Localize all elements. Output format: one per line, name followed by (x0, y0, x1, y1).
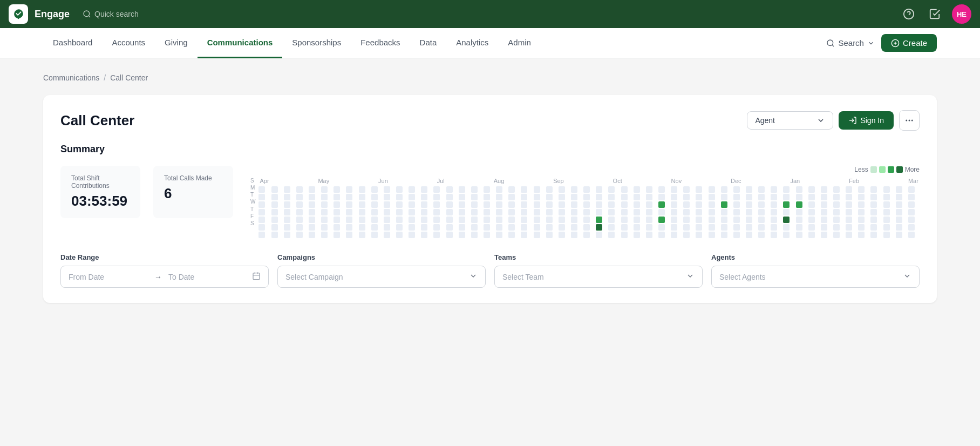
nav-item-communications[interactable]: Communications (198, 28, 283, 58)
heatmap-cell (621, 224, 628, 231)
heatmap-cell (709, 201, 715, 208)
quick-search[interactable]: Quick search (83, 10, 139, 18)
heatmap-cell (421, 232, 427, 238)
nav-search-label: Search (838, 38, 864, 48)
heatmap-cell (634, 209, 640, 215)
heatmap-cell (321, 194, 328, 200)
summary-section: Summary Total Shift Contributions 03:53:… (60, 144, 920, 238)
sign-in-button[interactable]: Sign In (839, 111, 894, 130)
heatmap-cell (484, 186, 490, 193)
filter-agents-label: Agents (711, 253, 920, 261)
heatmap-cell (709, 186, 715, 193)
nav-item-data[interactable]: Data (410, 28, 447, 58)
top-bar: Engage Quick search HE (0, 0, 980, 28)
heatmap-cell (846, 186, 852, 193)
heatmap-cell (433, 209, 440, 215)
heatmap-cell (858, 209, 865, 215)
nav-search[interactable]: Search (826, 38, 875, 48)
heatmap-cell (446, 232, 453, 238)
heatmap-cell (534, 224, 540, 231)
heatmap-cell (284, 217, 290, 223)
heatmap-cell (658, 232, 665, 238)
heatmap-cell (758, 201, 765, 208)
help-button[interactable] (900, 5, 917, 23)
heatmap-cell (521, 217, 527, 223)
heatmap-cell (446, 194, 453, 200)
heatmap-cell (721, 201, 727, 208)
heatmap-cell (896, 232, 902, 238)
more-icon (904, 116, 914, 125)
nav-item-sponsorships[interactable]: Sponsorships (282, 28, 351, 58)
teams-input[interactable]: Select Team (494, 266, 703, 288)
heatmap-days: S M T W T F S (250, 178, 255, 226)
heatmap-cell (908, 224, 915, 231)
summary-title: Summary (60, 144, 920, 155)
heatmap-cell (808, 224, 815, 231)
heatmap-cell (496, 217, 502, 223)
heatmap-cell (883, 224, 890, 231)
heatmap-cell (359, 186, 365, 193)
heatmap-cell (496, 194, 502, 200)
notifications-button[interactable] (926, 5, 943, 23)
heatmap-cell (396, 224, 403, 231)
heatmap-cell (733, 201, 740, 208)
more-button[interactable] (899, 110, 920, 131)
heatmap-cell (746, 232, 752, 238)
heatmap-cell (821, 201, 827, 208)
heatmap-cell (359, 209, 365, 215)
heatmap-cell (683, 209, 690, 215)
nav-item-analytics[interactable]: Analytics (446, 28, 498, 58)
summary-stats: Total Shift Contributions 03:53:59 Total… (60, 166, 233, 238)
heatmap-cell (808, 217, 815, 223)
nav-item-accounts[interactable]: Accounts (102, 28, 155, 58)
date-range-input[interactable]: From Date → To Date (60, 266, 269, 288)
page-card: Call Center Agent Sign In (43, 95, 937, 303)
heatmap-cell (258, 209, 265, 215)
nav-item-admin[interactable]: Admin (498, 28, 541, 58)
heatmap-cell (371, 217, 378, 223)
nav-item-feedbacks[interactable]: Feedbacks (351, 28, 410, 58)
heatmap-cell (409, 232, 415, 238)
heatmap-cell (621, 194, 628, 200)
app-name: Engage (35, 9, 70, 20)
top-bar-actions: HE (900, 4, 971, 24)
search-chevron-icon (867, 39, 875, 47)
heatmap-cell (896, 194, 902, 200)
heatmap-cell (808, 186, 815, 193)
heatmap-cell (271, 201, 278, 208)
main-content: Communications / Call Center Call Center… (0, 58, 980, 318)
heatmap-cell (309, 209, 315, 215)
heatmap-cell (709, 209, 715, 215)
nav-item-giving[interactable]: Giving (155, 28, 198, 58)
nav-item-dashboard[interactable]: Dashboard (43, 28, 102, 58)
heatmap-cell (258, 217, 265, 223)
heatmap-cell (459, 217, 465, 223)
heatmap-cell (296, 201, 303, 208)
heatmap-cell (409, 201, 415, 208)
heatmap-cell (858, 224, 865, 231)
agent-selector[interactable]: Agent (747, 111, 833, 130)
campaigns-input[interactable]: Select Campaign (277, 266, 486, 288)
heatmap-cell (833, 217, 840, 223)
heatmap-cell (621, 209, 628, 215)
heatmap-cell (746, 186, 752, 193)
create-button[interactable]: Create (881, 34, 937, 52)
heatmap-cell (908, 217, 915, 223)
svg-point-3 (827, 40, 833, 46)
breadcrumb-parent[interactable]: Communications (43, 73, 99, 82)
heatmap-cell (258, 194, 265, 200)
heatmap-cell (796, 209, 802, 215)
heatmap-cell (846, 232, 852, 238)
heatmap-cell (284, 224, 290, 231)
app-logo[interactable] (9, 4, 28, 24)
heatmap-cell (883, 194, 890, 200)
heatmap-cell (683, 217, 690, 223)
user-avatar[interactable]: HE (952, 4, 971, 24)
heatmap-cell (733, 224, 740, 231)
heatmap-cell (833, 224, 840, 231)
agents-input[interactable]: Select Agents (711, 266, 920, 288)
page-header-actions: Agent Sign In (747, 110, 920, 131)
heatmap-cell (658, 217, 665, 223)
heatmap-cell (583, 232, 590, 238)
heatmap-cell (583, 217, 590, 223)
